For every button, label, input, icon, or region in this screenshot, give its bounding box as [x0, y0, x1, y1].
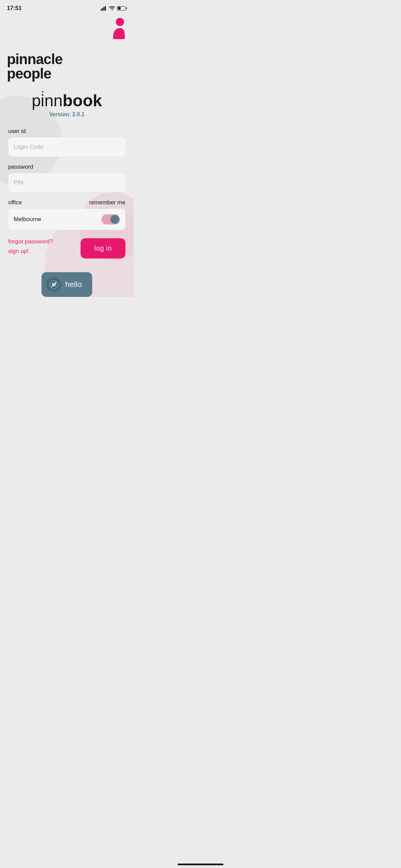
status-icons [101, 6, 127, 11]
remember-me-toggle[interactable] [101, 214, 120, 225]
header: p●innacle people [0, 14, 134, 81]
status-bar: 17:51 [0, 0, 134, 14]
pinnacle-logo-svg [7, 16, 75, 51]
link-group: forgot password? sign up! [8, 238, 53, 255]
hello-button[interactable]: hello [41, 272, 93, 297]
remember-me-label: remember me [89, 199, 125, 206]
sign-up-link[interactable]: sign up! [8, 248, 53, 255]
office-row: Melbourne [8, 209, 125, 230]
office-label: office [8, 199, 22, 206]
office-remember-labels: office remember me [8, 199, 125, 206]
status-time: 17:51 [7, 5, 22, 12]
signal-icon [101, 6, 107, 11]
svg-rect-1 [102, 8, 103, 11]
svg-rect-3 [105, 6, 106, 11]
user-id-input[interactable] [8, 137, 125, 157]
form-area: user id password office remember me Melb… [0, 118, 134, 258]
forgot-password-link[interactable]: forgot password? [8, 238, 53, 245]
hello-area: hello [0, 272, 134, 297]
svg-line-6 [51, 282, 56, 287]
svg-point-4 [116, 18, 124, 26]
battery-icon [117, 6, 127, 11]
toggle-knob [110, 215, 119, 224]
wifi-icon [109, 6, 115, 11]
hello-text: hello [65, 280, 82, 289]
user-id-label: user id [8, 128, 125, 135]
hello-phone-icon [46, 277, 61, 292]
password-input[interactable] [8, 173, 125, 192]
svg-rect-2 [104, 7, 105, 11]
svg-rect-0 [101, 9, 102, 11]
pinnacle-people-logo: p●innacle people [7, 16, 75, 81]
version-text: Version: 2.0.1 [0, 111, 134, 118]
pinnbook-area: p i ● nnbook Version: 2.0.1 [0, 91, 134, 118]
action-row: forgot password? sign up! log in [8, 238, 125, 258]
office-value: Melbourne [14, 216, 41, 223]
password-label: password [8, 164, 125, 170]
person-icon-top [110, 18, 127, 38]
login-button[interactable]: log in [81, 238, 125, 258]
